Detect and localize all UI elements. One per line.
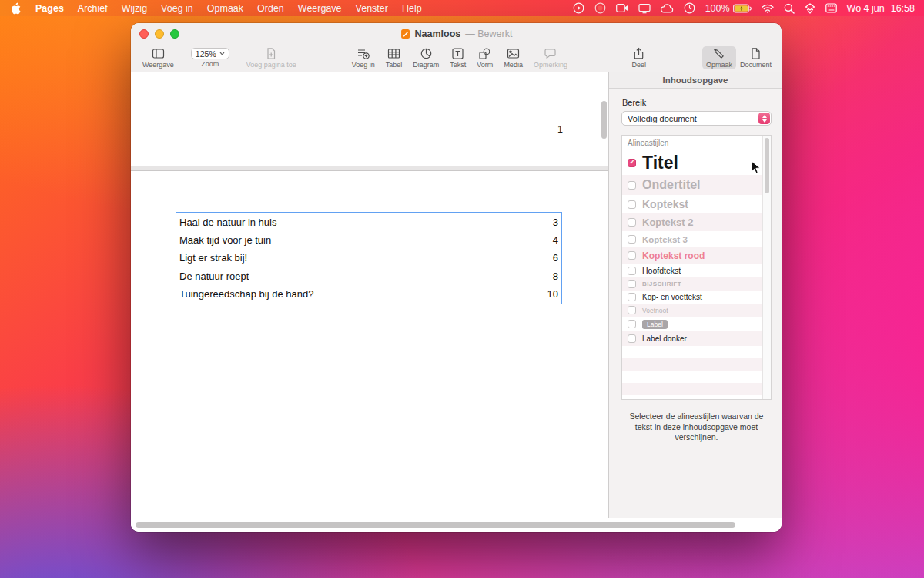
- style-row-koptekst-3[interactable]: Koptekst 3: [622, 231, 762, 247]
- menu-item-orden[interactable]: Orden: [250, 3, 291, 14]
- menu-item-venster[interactable]: Venster: [349, 3, 395, 14]
- horizontal-scrollbar[interactable]: [136, 522, 735, 528]
- paragraph-styles-panel: Alineastijlen Titel Ondertitel Kopt: [621, 135, 772, 400]
- menu-item-help[interactable]: Help: [395, 3, 429, 14]
- clock-icon[interactable]: [684, 2, 695, 14]
- fullscreen-button[interactable]: [170, 29, 179, 39]
- now-playing-icon[interactable]: [573, 2, 584, 14]
- styles-scrollbar[interactable]: [762, 136, 771, 399]
- toc-entry[interactable]: Ligt er strak bij! 6: [178, 249, 560, 267]
- empty-row: [622, 358, 762, 371]
- insert-button[interactable]: Voeg in: [348, 46, 379, 69]
- checkbox-ondertitel[interactable]: [628, 181, 636, 190]
- battery-percentage: 100%: [705, 3, 730, 14]
- label-badge: Label: [642, 320, 668, 329]
- document-vertical-scrollbar[interactable]: [601, 101, 607, 139]
- paragraph-styles-list: Alineastijlen Titel Ondertitel Kopt: [622, 136, 762, 399]
- checkbox-bijschrift[interactable]: [628, 280, 636, 288]
- battery-status[interactable]: 100%: [705, 3, 752, 14]
- toc-entry-title: Tuingereedschap bij de hand?: [179, 288, 313, 300]
- menu-item-wijzig[interactable]: Wijzig: [115, 3, 154, 14]
- view-button[interactable]: Weergave: [139, 46, 178, 69]
- style-row-voetnoot[interactable]: Voetnoot: [622, 304, 762, 317]
- screen-recording-icon[interactable]: [594, 2, 606, 14]
- zoom-value: 125%: [196, 49, 216, 59]
- shortcuts-icon[interactable]: [805, 3, 815, 14]
- style-row-koptekst[interactable]: Koptekst: [622, 195, 762, 213]
- menu-clock[interactable]: Wo 4 jun 16:58: [847, 3, 915, 14]
- comment-button: Opmerking: [530, 46, 571, 69]
- toolbar-center-group: Voeg in Tabel Diagram Tekst Vorm Media: [348, 46, 571, 69]
- toc-entry-title: De natuur roept: [179, 271, 249, 282]
- style-row-ondertitel[interactable]: Ondertitel: [622, 175, 762, 195]
- document-button[interactable]: Document: [736, 46, 775, 69]
- document-canvas[interactable]: 1 Haal de natuur in huis 3 Maak tijd voo…: [131, 72, 608, 518]
- checkbox-koptekst[interactable]: [628, 200, 636, 209]
- shapes-icon: [478, 47, 491, 60]
- range-dropdown[interactable]: Volledig document: [621, 111, 772, 126]
- checkbox-hoofdtekst[interactable]: [628, 267, 636, 275]
- apple-menu[interactable]: [9, 2, 28, 15]
- spotlight-search-icon[interactable]: [784, 3, 795, 14]
- menu-left: Pages Archief Wijzig Voeg in Opmaak Orde…: [9, 2, 429, 15]
- shape-button[interactable]: Vorm: [473, 46, 497, 69]
- menu-item-pages[interactable]: Pages: [28, 3, 71, 14]
- table-button[interactable]: Tabel: [382, 46, 407, 69]
- pie-chart-icon: [420, 47, 433, 60]
- toc-entry[interactable]: Maak tijd voor je tuin 4: [178, 231, 560, 249]
- display-icon[interactable]: [638, 3, 651, 14]
- checkbox-voetnoot[interactable]: [628, 306, 636, 314]
- checkbox-koptekst-3[interactable]: [628, 235, 636, 244]
- style-row-bijschrift[interactable]: BIJSCHRIFT: [622, 277, 762, 291]
- checkbox-titel[interactable]: [628, 159, 636, 167]
- text-button[interactable]: Tekst: [446, 46, 470, 69]
- close-button[interactable]: [139, 29, 149, 39]
- menu-item-voeg-in[interactable]: Voeg in: [154, 3, 200, 14]
- media-button[interactable]: Media: [500, 46, 527, 69]
- checkbox-koptekst-rood[interactable]: [628, 251, 636, 260]
- text-box-icon: [451, 47, 464, 60]
- minimize-button[interactable]: [155, 29, 164, 39]
- camera-icon[interactable]: [616, 3, 628, 13]
- edited-label: — Bewerkt: [465, 29, 512, 39]
- style-row-koptekst-rood[interactable]: Koptekst rood: [622, 247, 762, 264]
- chart-button[interactable]: Diagram: [409, 46, 443, 69]
- titlebar[interactable]: Naamloos — Bewerkt: [131, 23, 782, 44]
- style-row-label-donker[interactable]: Label donker: [622, 331, 762, 346]
- battery-icon: [733, 4, 752, 13]
- empty-row: [622, 346, 762, 358]
- page-separator: [131, 166, 608, 171]
- inspector-title: Inhoudsopgave: [609, 72, 782, 89]
- toc-entry[interactable]: De natuur roept 8: [178, 267, 560, 285]
- window-content: 1 Haal de natuur in huis 3 Maak tijd voo…: [131, 72, 782, 518]
- checkbox-koptekst-2[interactable]: [628, 218, 636, 227]
- menu-date: Wo 4 jun: [847, 3, 885, 14]
- menu-item-weergave[interactable]: Weergave: [291, 3, 349, 14]
- checkbox-label[interactable]: [628, 320, 636, 328]
- toc-entry[interactable]: Tuingereedschap bij de hand? 10: [178, 285, 560, 303]
- menu-item-archief[interactable]: Archief: [71, 3, 115, 14]
- menu-item-opmaak[interactable]: Opmaak: [200, 3, 250, 14]
- zoom-control[interactable]: 125% Zoom: [187, 46, 233, 69]
- window-title-group: Naamloos — Bewerkt: [400, 23, 513, 44]
- format-button[interactable]: Opmaak: [702, 46, 736, 69]
- toc-entry[interactable]: Haal de natuur in huis 3: [178, 213, 560, 231]
- cloud-icon[interactable]: [661, 4, 674, 13]
- keyboard-input-icon[interactable]: [825, 3, 837, 13]
- style-row-titel[interactable]: Titel: [622, 150, 762, 175]
- style-row-hoofdtekst[interactable]: Hoofdtekst: [622, 264, 762, 277]
- page-number: 1: [557, 124, 563, 135]
- styles-scrollbar-thumb[interactable]: [765, 138, 769, 193]
- range-label: Bereik: [622, 98, 772, 107]
- wifi-icon[interactable]: [762, 4, 774, 13]
- style-row-kop-en-voettekst[interactable]: Kop- en voettekst: [622, 291, 762, 304]
- toc-selected-object[interactable]: Haal de natuur in huis 3 Maak tijd voor …: [176, 212, 562, 304]
- share-button[interactable]: Deel: [628, 46, 650, 69]
- menu-status-area: 100% Wo 4 jun 16:58: [573, 2, 915, 14]
- style-row-koptekst-2[interactable]: Koptekst 2: [622, 213, 762, 231]
- style-row-label[interactable]: Label: [622, 317, 762, 331]
- share-icon: [632, 47, 645, 60]
- checkbox-label-donker[interactable]: [628, 334, 636, 343]
- styles-list-header: Alineastijlen: [622, 136, 762, 150]
- checkbox-kop-en-voettekst[interactable]: [628, 293, 636, 301]
